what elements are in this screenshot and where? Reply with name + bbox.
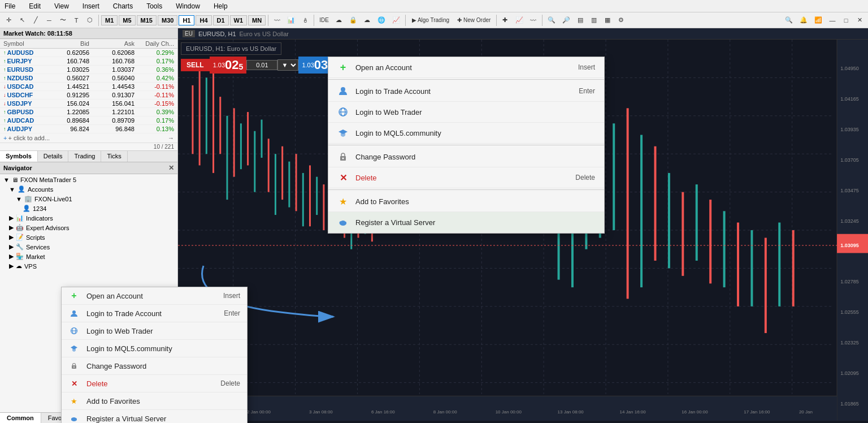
toolbar-plus[interactable]: ✚ [499,14,511,27]
tf-m15[interactable]: M15 [137,15,157,25]
tab-details[interactable]: Details [38,151,69,162]
tf-m5[interactable]: M5 [119,15,135,25]
toolbar-maximize[interactable]: □ [840,14,852,27]
toolbar-obj[interactable]: ▦ [601,14,614,27]
toolbar-minimize[interactable]: — [826,14,839,27]
toolbar-globe[interactable]: 🌐 [375,14,388,27]
tf-m1[interactable]: M1 [101,15,118,25]
svg-rect-22 [206,77,207,154]
toolbar-line[interactable]: ╱ [29,14,42,27]
market-row[interactable]: ↓ USDJPY 156.024 156.041 -0.15% [0,100,177,108]
cm-large-login-web[interactable]: Login to Web Trader [328,102,604,123]
toolbar-settings[interactable]: ⚙ [615,14,627,27]
menu-edit[interactable]: Edit [27,1,43,11]
toolbar-lock[interactable]: 🔒 [346,14,360,27]
nav-account-num[interactable]: 👤 1234 [0,204,177,213]
tf-mn[interactable]: MN [248,15,266,25]
main-toolbar: ✛ ↖ ╱ ─ 〜 T ⬡ M1 M5 M15 M30 H1 H4 D1 W1 … [0,12,868,28]
cm-small-add-fav[interactable]: ★ Add to Favorites [62,392,247,410]
toolbar-barchart[interactable]: 📊 [284,14,298,27]
toolbar-wave[interactable]: 〰 [527,14,540,27]
click-to-add[interactable]: + + click to add... → [0,133,177,143]
market-row[interactable]: ↑ AUDUSD 0.62056 0.62068 0.29% [0,49,177,57]
toolbar-vol[interactable]: ▥ [588,14,600,27]
market-row[interactable]: ↑ AUDJPY 96.824 96.848 0.13% [0,125,177,133]
market-row[interactable]: ↑ AUDCAD 0.89684 0.89709 0.17% [0,116,177,125]
nav-vps[interactable]: ▶ ☁ VPS [0,261,177,271]
toolbar-chart2[interactable]: 📈 [389,14,403,27]
lot-type-select[interactable]: ▼ [277,59,298,71]
menu-tools[interactable]: Tools [144,1,164,11]
menu-file[interactable]: File [2,1,18,11]
sell-button[interactable]: SELL [181,59,210,71]
tab-trading[interactable]: Trading [68,151,101,162]
toolbar-alert[interactable]: 🔔 [797,14,810,27]
market-row[interactable]: ↑ GBPUSD 1.22085 1.22101 0.39% [0,108,177,116]
toolbar-close[interactable]: ✕ [853,14,866,27]
nav-expert-advisors[interactable]: ▶ 🤖 Expert Advisors [0,223,177,232]
nav-root[interactable]: ▼ 🖥 FXON MetaTrader 5 [0,175,177,184]
algo-trading-btn[interactable]: ▶ Algo Trading [408,14,453,27]
toolbar-cloud2[interactable]: ☁ [361,14,374,27]
toolbar-shapes[interactable]: ⬡ [84,14,96,27]
menu-window[interactable]: Window [173,1,202,11]
toolbar-indicators[interactable]: 📈 [513,14,526,27]
tf-d1[interactable]: D1 [213,15,229,25]
nav-services[interactable]: ▶ 🔧 Services [0,242,177,252]
market-row[interactable]: ↑ NZDUSD 0.56027 0.56040 0.42% [0,74,177,83]
cm-large-open-account[interactable]: + Open an Account Insert [328,57,604,78]
tf-m30[interactable]: M30 [158,15,177,25]
cm-large-login-mql5[interactable]: Login to MQL5.community [328,123,604,144]
nav-market[interactable]: ▶ 🏪 Market [0,252,177,261]
toolbar-hline[interactable]: ─ [43,14,55,27]
cm-small-login-mql5[interactable]: Login to MQL5.community [62,340,247,357]
cm-small-delete[interactable]: ✕ Delete Delete [62,375,247,392]
nav-live01[interactable]: ▼ 🏢 FXON-Live01 [0,194,177,204]
cm-large-login-trade[interactable]: Login to Trade Account Enter [328,81,604,102]
market-row[interactable]: ↓ USDCAD 1.44521 1.44543 -0.11% [0,83,177,91]
menu-view[interactable]: View [52,1,71,11]
cm-large-vps[interactable]: Register a Virtual Server [328,212,604,233]
toolbar-cloud1[interactable]: ☁ [333,14,345,27]
market-row[interactable]: ↓ USDCHF 0.91295 0.91307 -0.11% [0,91,177,100]
navigator-close-btn[interactable]: ✕ [168,164,174,172]
nav-scripts[interactable]: ▶ 📝 Scripts [0,232,177,242]
toolbar-search[interactable]: 🔍 [782,14,796,27]
tab-ticks[interactable]: Ticks [101,151,127,162]
toolbar-text[interactable]: T [70,14,83,27]
tf-h4[interactable]: H4 [196,15,211,25]
toolbar-connect[interactable]: 📶 [811,14,825,27]
toolbar-arrow[interactable]: ↖ [16,14,28,27]
cm-small-login-web[interactable]: Login to Web Trader [62,322,247,340]
toolbar-zoom-in[interactable]: 🔍 [545,14,558,27]
toolbar-grid[interactable]: ▤ [574,14,587,27]
cm-large-add-fav[interactable]: ★ Add to Favorites [328,191,604,212]
toolbar-curve[interactable]: 〜 [57,14,69,27]
cm-large-change-pwd[interactable]: Change Password [328,146,604,167]
new-order-btn[interactable]: ✚ New Order [454,14,494,27]
cm-small-vps[interactable]: Register a Virtual Server [62,410,247,423]
tab-symbols[interactable]: Symbols [0,151,38,162]
market-row[interactable]: ↑ EURJPY 160.748 160.768 0.17% [0,57,177,66]
market-row[interactable]: ↑ EURUSD 1.03025 1.03037 0.36% [0,66,177,74]
change-value: 0.17% [134,58,174,64]
svg-text:14 Jan 16:00: 14 Jan 16:00 [619,409,646,415]
toolbar-linechart[interactable]: 〰 [271,14,283,27]
nav-indicators[interactable]: ▶ 📊 Indicators [0,213,177,223]
cm-small-change-pwd[interactable]: Change Password [62,357,247,375]
toolbar-zoom-out[interactable]: 🔎 [559,14,573,27]
menu-insert[interactable]: Insert [80,1,102,11]
toolbar-ide[interactable]: IDE [316,14,332,27]
nav-accounts[interactable]: ▼ 👤 Accounts [0,184,177,194]
tf-h1[interactable]: H1 [179,15,194,25]
cm-small-open-account[interactable]: + Open an Account Insert [62,287,247,305]
menu-charts[interactable]: Charts [111,1,135,11]
cm-large-delete[interactable]: ✕ Delete Delete [328,167,604,188]
menu-help[interactable]: Help [211,1,230,11]
toolbar-crosshair[interactable]: ✛ [2,14,15,27]
toolbar-candle[interactable]: 🕯 [299,14,311,27]
lot-size-input[interactable] [246,60,277,70]
cm-small-login-trade[interactable]: Login to Trade Account Enter [62,305,247,322]
nav-tab-common[interactable]: Common [0,413,41,423]
tf-w1[interactable]: W1 [230,15,248,25]
